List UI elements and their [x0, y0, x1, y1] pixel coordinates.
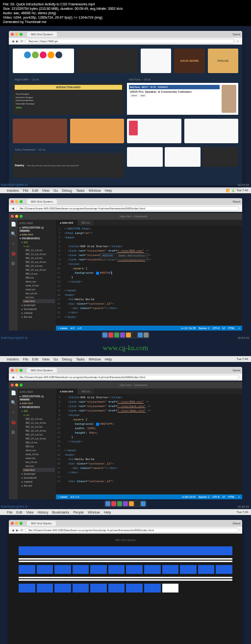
file-item[interactable]: 960.css [25, 276, 55, 280]
git-branch[interactable]: ⑂ master [58, 495, 68, 498]
folder-item[interactable]: ▾ css [23, 244, 55, 248]
menu-window[interactable]: Window [89, 189, 101, 192]
git-icon[interactable]: ⑂ [10, 410, 16, 416]
menu-debug[interactable]: Debug [62, 189, 72, 192]
back-icon[interactable]: ◀ [12, 39, 14, 43]
cursor-position[interactable]: Ln 10, Col 35 [181, 327, 196, 330]
wifi-icon[interactable]: 📶 [226, 189, 229, 192]
url-input[interactable]: file:///Users/Acare-W0-035/Sites/learn-t… [16, 206, 239, 211]
file-item[interactable]: 960_12_col.css [25, 248, 55, 252]
dock-app-icon[interactable] [144, 333, 149, 337]
folder-item[interactable]: ▸ foundation6 [21, 307, 55, 311]
dock-app-icon[interactable] [138, 333, 143, 337]
extensions-icon[interactable]: ⊞ [10, 430, 16, 436]
menu-file[interactable]: File [23, 189, 28, 192]
file-item[interactable]: 960_24_col.css [25, 433, 55, 437]
file-item[interactable]: 960_12_col.css [25, 417, 55, 421]
code-editor[interactable]: 56789101112131415161718192021222324 <tit… [56, 394, 242, 494]
file-item[interactable]: reset.css [25, 456, 55, 460]
file-item[interactable]: 960_rtl.css [25, 272, 55, 276]
git-icon[interactable]: ⑂ [10, 241, 16, 247]
file-item[interactable]: 960_24_col_rtl.css [25, 268, 55, 272]
open-editors-section[interactable]: ▸ OPEN EDITORS 1 UNSAVED [19, 226, 55, 232]
file-item[interactable]: 960_16_col_rtl.css [25, 260, 55, 264]
file-item[interactable]: 960_12_col_rtl.css [25, 252, 55, 256]
dock-app-icon[interactable] [114, 333, 119, 337]
explorer-icon[interactable]: 📄 [10, 222, 16, 228]
menu-help[interactable]: Help [105, 189, 112, 192]
menu-icon[interactable]: ⋮ [236, 39, 239, 43]
editor-tab-active[interactable]: ● index.html [56, 388, 77, 394]
battery-icon[interactable]: 🔋 [231, 189, 235, 192]
file-item[interactable]: reset.css [25, 287, 55, 291]
language-mode[interactable]: HTML [228, 327, 235, 330]
editor-tab-active[interactable]: ● index.html [56, 220, 77, 226]
browser-tab[interactable]: 960 Grid System [27, 368, 57, 373]
cursor-position[interactable]: Ln:28 Col:41 [182, 495, 196, 498]
reload-icon[interactable]: ⟳ [21, 39, 23, 43]
code-editor[interactable]: 123456789101112131415161718192021 <!DOCT… [56, 226, 242, 326]
folder-item[interactable]: ▸ the-rest [21, 315, 55, 319]
maximize-icon[interactable] [20, 33, 23, 36]
dock-app-icon[interactable] [126, 333, 131, 337]
file-item-active[interactable]: index.html [23, 468, 55, 472]
search-icon[interactable]: 🔍 [10, 400, 16, 406]
file-item[interactable]: reset_rtl.css [25, 283, 55, 287]
emmet-suggestion[interactable]: #007bf0 Emmet Abbreviation [100, 253, 148, 260]
file-item[interactable]: 960_16_col_rtl.css [25, 429, 55, 433]
dock-app-icon[interactable] [120, 333, 125, 337]
file-item[interactable]: demo.css [25, 448, 55, 452]
menu-go[interactable]: Go [53, 189, 58, 192]
forward-icon[interactable]: ▶ [16, 39, 19, 43]
dock-app-icon[interactable] [102, 333, 107, 337]
file-item[interactable]: demo.css [25, 280, 55, 283]
folder-item[interactable]: ▸ bootstrap4 [21, 303, 55, 307]
file-item[interactable]: text_rtl.css [25, 460, 55, 464]
search-icon[interactable]: 🔍 [10, 232, 16, 237]
editor-tab[interactable]: 960.css [77, 220, 94, 226]
menu-tasks[interactable]: Tasks [76, 189, 85, 192]
window-controls[interactable] [11, 33, 23, 36]
menu-app[interactable]: Insiders [7, 189, 19, 192]
url-input[interactable]: file:///Users/Acare-W0-035/Sites/learn-t… [25, 528, 239, 533]
file-item[interactable]: text_rtl.css [25, 291, 55, 295]
url-input[interactable]: file:///Users/Acare-W0-035/Sites/learn-t… [16, 375, 239, 380]
browser-tab[interactable]: 960 Grid Starter [27, 521, 56, 526]
forward-icon[interactable]: ▶ [16, 528, 19, 532]
file-item[interactable]: 960.css [25, 444, 55, 448]
frameworks-section[interactable]: ▾ FRAMEWORKS [19, 236, 55, 240]
minimize-icon[interactable] [15, 33, 18, 36]
feedback-icon[interactable]: ☺ [238, 327, 240, 330]
back-icon[interactable]: ◀ [12, 528, 14, 532]
close-icon[interactable] [11, 33, 14, 36]
errors-count[interactable]: ⊗ 0 [71, 327, 75, 330]
folder-item[interactable]: ▾ 960 [21, 240, 55, 244]
file-item[interactable]: 960_rtl.css [25, 440, 55, 444]
file-item[interactable]: 960_24_col_rtl.css [25, 437, 55, 440]
editor-tab[interactable]: 960.css [77, 388, 94, 394]
warnings-count[interactable]: ⚠ 0 [77, 327, 81, 330]
menu-view[interactable]: View [42, 189, 50, 192]
menu-edit[interactable]: Edit [32, 189, 38, 192]
file-item[interactable]: 960_12_col_rtl.css [25, 421, 55, 425]
explorer-icon[interactable]: 📄 [10, 390, 16, 396]
back-icon[interactable]: ◀ [12, 206, 14, 210]
file-item[interactable]: text.css [25, 295, 55, 299]
profile-name[interactable]: David [233, 33, 240, 36]
file-item[interactable]: 960_16_col.css [25, 425, 55, 429]
folder-item[interactable]: ▸ material [21, 311, 55, 315]
file-item[interactable]: 960_24_col.css [25, 264, 55, 268]
file-item[interactable]: text.css [25, 464, 55, 468]
file-item[interactable]: 960_16_col.css [25, 256, 55, 260]
git-branch[interactable]: ⑂ master [58, 327, 68, 330]
browser-tab[interactable]: 960 Grid System [27, 199, 57, 204]
file-item[interactable]: reset_rtl.css [25, 452, 55, 456]
extensions-icon[interactable]: ⊞ [10, 261, 16, 267]
indent-setting[interactable]: Spaces: 2 [199, 327, 209, 330]
eol[interactable]: LF [222, 327, 225, 330]
encoding[interactable]: UTF-8 [212, 327, 219, 330]
dock-app-icon[interactable] [108, 333, 113, 337]
file-item-active[interactable]: index.html [23, 299, 55, 303]
debug-icon[interactable]: 🐞 [10, 251, 16, 257]
url-input[interactable]: Secure | https://960.gs [25, 39, 234, 44]
